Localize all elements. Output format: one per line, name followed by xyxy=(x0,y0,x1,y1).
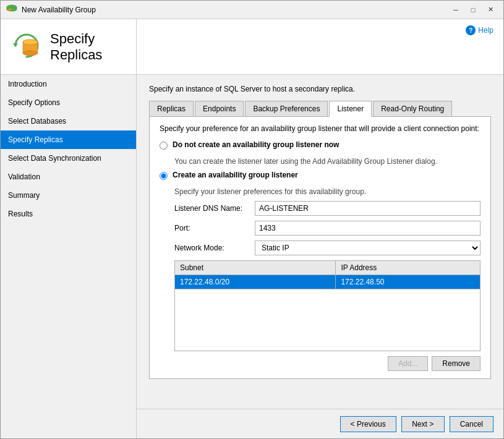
svg-point-1 xyxy=(7,7,17,11)
port-label: Port: xyxy=(174,224,255,232)
radio-create-listener-label[interactable]: Create an availability group listener xyxy=(173,171,298,179)
tab-description: Specify your preference for an availabil… xyxy=(160,124,481,133)
maximize-button[interactable]: □ xyxy=(465,4,481,16)
radio-no-listener-label[interactable]: Do not create an availability group list… xyxy=(173,140,339,149)
sidebar-nav: Introduction Specify Options Select Data… xyxy=(1,75,136,438)
minimize-button[interactable]: ─ xyxy=(448,4,464,16)
sidebar-item-results[interactable]: Results xyxy=(1,205,136,223)
page-icon xyxy=(11,30,43,64)
sidebar-item-validation[interactable]: Validation xyxy=(1,168,136,186)
cell-subnet: 172.22.48.0/20 xyxy=(175,275,336,289)
tab-listener[interactable]: Listener xyxy=(329,101,372,117)
tab-replicas[interactable]: Replicas xyxy=(149,101,194,117)
sidebar-item-specify-options[interactable]: Specify Options xyxy=(1,93,136,112)
cell-ip: 172.22.48.50 xyxy=(336,275,481,289)
add-button[interactable]: Add... xyxy=(388,356,428,371)
svg-marker-3 xyxy=(13,43,18,47)
listener-tab-panel: Specify your preference for an availabil… xyxy=(149,116,491,379)
help-icon: ? xyxy=(466,25,476,35)
cancel-button[interactable]: Cancel xyxy=(450,416,493,432)
page-header-left: Specify Replicas xyxy=(1,19,136,75)
sidebar-item-select-data-synchronization[interactable]: Select Data Synchronization xyxy=(1,149,136,168)
sidebar-item-introduction[interactable]: Introduction xyxy=(1,75,136,93)
radio-create-listener: Create an availability group listener xyxy=(160,171,481,180)
radio-no-listener-desc: You can create the listener later using … xyxy=(174,157,481,166)
titlebar: New Availability Group ─ □ ✕ xyxy=(1,1,503,19)
tab-readonly-routing[interactable]: Read-Only Routing xyxy=(373,101,452,117)
tab-endpoints[interactable]: Endpoints xyxy=(195,101,244,117)
titlebar-icon xyxy=(6,4,18,16)
port-input[interactable] xyxy=(255,221,481,236)
content-body: Specify an instance of SQL Server to hos… xyxy=(137,75,503,409)
sidebar-item-specify-replicas[interactable]: Specify Replicas xyxy=(1,130,136,149)
dns-name-label: Listener DNS Name: xyxy=(174,204,255,213)
instruction-text: Specify an instance of SQL Server to hos… xyxy=(149,85,491,93)
dns-name-input[interactable] xyxy=(255,201,481,216)
radio-no-listener-input[interactable] xyxy=(160,142,168,150)
help-link[interactable]: ? Help xyxy=(466,25,493,35)
sidebar-item-summary[interactable]: Summary xyxy=(1,186,136,205)
radio-no-listener: Do not create an availability group list… xyxy=(160,140,481,150)
svg-point-6 xyxy=(23,51,38,56)
col-ip-address: IP Address xyxy=(336,261,481,275)
remove-button[interactable]: Remove xyxy=(432,356,481,371)
dns-name-row: Listener DNS Name: xyxy=(174,201,481,216)
table-actions: Add... Remove xyxy=(174,356,481,371)
table-row[interactable]: 172.22.48.0/20 172.22.48.50 xyxy=(175,275,481,289)
close-button[interactable]: ✕ xyxy=(482,4,498,16)
svg-point-7 xyxy=(23,40,38,45)
port-row: Port: xyxy=(174,221,481,236)
next-button[interactable]: Next > xyxy=(401,416,445,432)
page-title: Specify Replicas xyxy=(50,31,126,63)
subnet-table: Subnet IP Address 172.22.48.0/20 172.22.… xyxy=(174,260,481,351)
footer: < Previous Next > Cancel xyxy=(137,409,503,438)
col-subnet: Subnet xyxy=(175,261,336,275)
radio-create-listener-desc: Specify your listener preferences for th… xyxy=(174,187,481,196)
previous-button[interactable]: < Previous xyxy=(340,416,396,432)
network-mode-row: Network Mode: Static IP DHCP xyxy=(174,241,481,255)
titlebar-controls: ─ □ ✕ xyxy=(448,4,498,16)
window-title: New Availability Group xyxy=(22,6,448,14)
table-empty-row xyxy=(175,289,481,351)
network-mode-label: Network Mode: xyxy=(174,244,255,252)
tab-bar: Replicas Endpoints Backup Preferences Li… xyxy=(149,101,491,117)
right-header: ? Help xyxy=(137,19,503,75)
tab-backup-preferences[interactable]: Backup Preferences xyxy=(245,101,328,117)
radio-create-listener-input[interactable] xyxy=(160,172,168,180)
sidebar-item-select-databases[interactable]: Select Databases xyxy=(1,112,136,130)
network-mode-select[interactable]: Static IP DHCP xyxy=(255,241,481,255)
